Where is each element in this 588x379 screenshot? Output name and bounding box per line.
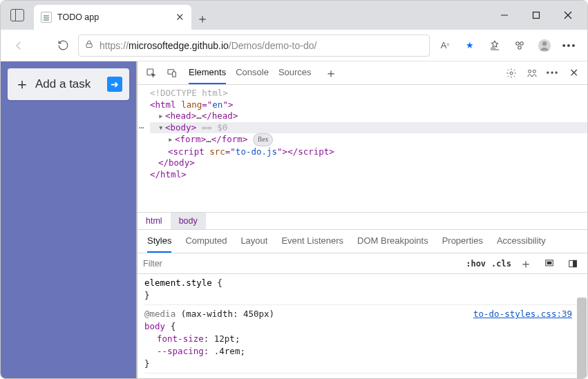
subtab-event-listeners[interactable]: Event Listeners [281, 230, 343, 253]
refresh-button[interactable] [50, 33, 75, 58]
page-icon [41, 12, 52, 23]
lock-icon[interactable] [84, 39, 94, 51]
subtab-accessibility[interactable]: Accessibility [497, 230, 546, 253]
dom-node[interactable]: <script src="to-do.js"></script> [150, 146, 587, 158]
source-link[interactable]: to-do-styles.css:1 [479, 376, 572, 379]
style-rule[interactable]: to-do-styles.css:39 @media (max-width: 4… [144, 308, 580, 373]
svg-point-16 [529, 70, 531, 72]
page-viewport: ＋ Add a task ➜ [1, 61, 136, 379]
styles-filter-input[interactable] [143, 259, 350, 269]
svg-rect-21 [573, 260, 577, 266]
crumb-html[interactable]: html [137, 213, 171, 229]
styles-tabbar: Styles Computed Layout Event Listeners D… [137, 230, 587, 253]
dom-node[interactable]: </body> [150, 157, 587, 169]
dom-node-selected[interactable]: ▾<body> == $0 [150, 122, 587, 134]
svg-point-15 [510, 72, 513, 75]
scrollbar-thumb[interactable] [577, 298, 587, 379]
dom-node[interactable]: ▸<head>…</head> [150, 110, 587, 122]
read-aloud-icon[interactable]: A⁾⁾ [433, 33, 457, 58]
close-devtools-icon[interactable]: ✕ [564, 64, 583, 83]
favorite-icon[interactable]: ★ [457, 33, 482, 58]
svg-rect-19 [547, 262, 551, 264]
collections-icon[interactable] [507, 33, 532, 58]
toggle-sidebar-icon[interactable] [564, 255, 582, 273]
minimize-button[interactable] [489, 5, 520, 26]
tab-title: TODO app [57, 12, 170, 22]
forward-button[interactable] [34, 33, 48, 58]
dom-node[interactable]: </html> [150, 169, 587, 181]
plus-icon: ＋ [15, 77, 30, 92]
window-controls [489, 5, 583, 26]
hov-toggle[interactable]: :hov [466, 259, 486, 269]
svg-rect-14 [173, 72, 176, 77]
dom-node[interactable]: <html lang="en"> [150, 99, 587, 111]
cls-toggle[interactable]: .cls [491, 259, 511, 269]
computed-styles-icon[interactable] [540, 255, 558, 273]
svg-point-11 [542, 41, 547, 46]
dom-node[interactable]: <!DOCTYPE html> [150, 88, 587, 99]
browser-tab[interactable]: TODO app ✕ [34, 5, 191, 30]
subtab-computed[interactable]: Computed [185, 230, 227, 253]
subtab-layout[interactable]: Layout [240, 230, 267, 253]
svg-point-8 [520, 41, 524, 45]
new-tab-button[interactable]: ＋ [191, 8, 214, 30]
back-button[interactable] [6, 33, 31, 58]
subtab-properties[interactable]: Properties [442, 230, 483, 253]
svg-rect-4 [86, 43, 92, 47]
device-emulation-icon[interactable] [162, 64, 182, 83]
tab-actions-icon[interactable] [10, 9, 24, 21]
add-task-card[interactable]: ＋ Add a task ➜ [8, 68, 129, 100]
tab-console[interactable]: Console [236, 61, 269, 84]
add-task-label: Add a task [35, 77, 91, 91]
tab-elements[interactable]: Elements [189, 61, 226, 84]
url-field[interactable]: https://microsoftedge.github.io/Demos/de… [78, 35, 430, 57]
settings-icon[interactable] [502, 64, 521, 83]
profile-icon[interactable] [532, 33, 557, 58]
inspect-element-icon[interactable] [142, 64, 161, 83]
content-area: ＋ Add a task ➜ Elements Console Sources … [1, 61, 587, 379]
svg-rect-1 [533, 12, 540, 19]
style-rule[interactable]: element.style { } [144, 277, 580, 305]
maximize-button[interactable] [521, 5, 551, 26]
svg-point-9 [518, 46, 522, 49]
dom-breadcrumbs: html body [137, 212, 587, 230]
submit-task-button[interactable]: ➜ [107, 77, 122, 92]
devtools-toolbar: Elements Console Sources ＋ ••• ✕ [137, 61, 587, 85]
close-tab-icon[interactable]: ✕ [176, 11, 184, 23]
favorites-bar-icon[interactable] [482, 33, 507, 58]
tab-sources[interactable]: Sources [278, 61, 312, 84]
address-bar: https://microsoftedge.github.io/Demos/de… [1, 30, 587, 61]
styles-filter-row: :hov .cls ＋ [137, 253, 587, 274]
add-tab-icon[interactable]: ＋ [321, 64, 341, 83]
subtab-styles[interactable]: Styles [147, 230, 171, 253]
subtab-dom-breakpoints[interactable]: DOM Breakpoints [357, 230, 428, 253]
dom-tree[interactable]: <!DOCTYPE html> <html lang="en"> ▸<head>… [137, 85, 587, 186]
more-menu-icon[interactable]: ••• [557, 33, 582, 58]
close-window-button[interactable] [553, 5, 583, 26]
activity-icon[interactable] [522, 64, 542, 83]
crumb-body[interactable]: body [171, 213, 206, 229]
window-titlebar: TODO app ✕ ＋ [1, 1, 587, 30]
svg-point-17 [533, 70, 535, 72]
source-link[interactable]: to-do-styles.css:39 [473, 308, 572, 320]
devtools-more-icon[interactable]: ••• [543, 64, 562, 83]
dom-node[interactable]: ▸<form>…</form> flex [150, 133, 587, 146]
styles-rules[interactable]: element.style { } to-do-styles.css:39 @m… [137, 274, 587, 379]
devtools-panel: Elements Console Sources ＋ ••• ✕ <!DOCTY… [136, 61, 587, 379]
new-style-rule-icon[interactable]: ＋ [517, 255, 535, 273]
style-rule[interactable]: to-do-styles.css:1 body { margin: ▸ calc… [144, 376, 580, 379]
url-text: https://microsoftedge.github.io/Demos/de… [99, 40, 316, 51]
tab-strip: TODO app ✕ ＋ [34, 5, 214, 30]
svg-point-7 [516, 41, 520, 45]
